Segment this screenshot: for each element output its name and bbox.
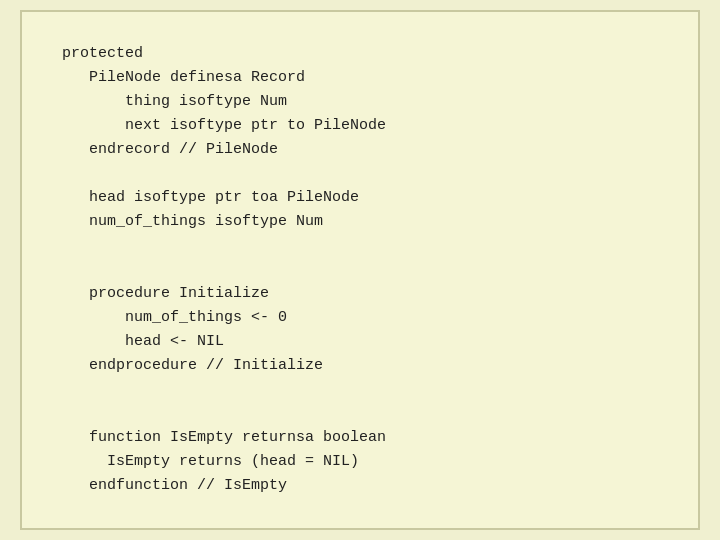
code-container: protected PileNode definesa Record thing…	[20, 10, 700, 530]
code-block: protected PileNode definesa Record thing…	[62, 42, 658, 498]
